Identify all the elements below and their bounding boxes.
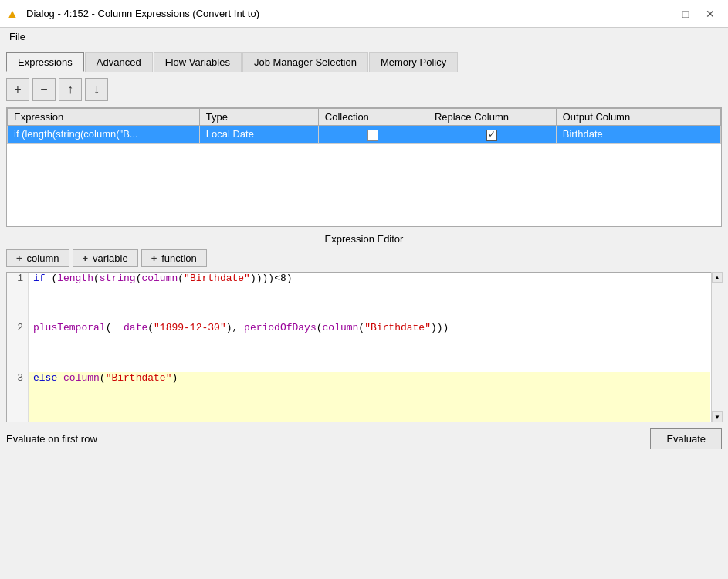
function-label: function <box>161 252 197 264</box>
menu-bar: File <box>0 28 728 46</box>
editor-toolbar: + column + variable + function <box>6 249 722 267</box>
expression-table-wrapper: Expression Type Collection Replace Colum… <box>6 107 722 227</box>
tab-expressions[interactable]: Expressions <box>6 52 84 72</box>
toolbar: + − ↑ ↓ <box>6 78 722 101</box>
scroll-down-arrow[interactable]: ▼ <box>712 411 723 422</box>
function-button[interactable]: + function <box>141 249 207 267</box>
bottom-section: Evaluate on first row Evaluate <box>6 428 722 449</box>
col-header-replace-column: Replace Column <box>428 109 556 126</box>
table-row[interactable]: if (length(string(column("B... Local Dat… <box>8 126 721 144</box>
move-up-button[interactable]: ↑ <box>59 78 82 101</box>
editor-wrapper: 1 if (length(string(column("Birthdate"))… <box>6 272 722 422</box>
scroll-up-arrow[interactable]: ▲ <box>712 272 723 283</box>
code-line-2: 2 plusTemporal( date("1899-12-30"), peri… <box>7 322 710 371</box>
expression-table: Expression Type Collection Replace Colum… <box>7 108 721 144</box>
file-menu[interactable]: File <box>3 29 32 44</box>
expression-editor-title: Expression Editor <box>6 233 722 245</box>
col-header-output-column: Output Column <box>556 109 720 126</box>
tab-memory-policy[interactable]: Memory Policy <box>369 52 458 72</box>
code-editor[interactable]: 1 if (length(string(column("Birthdate"))… <box>6 272 722 422</box>
column-button[interactable]: + column <box>6 249 69 267</box>
evaluate-button[interactable]: Evaluate <box>650 428 722 449</box>
replace-column-checkbox[interactable] <box>486 130 497 141</box>
line-content-2: plusTemporal( date("1899-12-30"), period… <box>29 322 710 371</box>
close-button[interactable]: ✕ <box>699 5 722 23</box>
tab-advanced[interactable]: Advanced <box>85 52 153 72</box>
cell-output-column: Birthdate <box>556 126 720 144</box>
move-down-button[interactable]: ↓ <box>85 78 108 101</box>
variable-button[interactable]: + variable <box>73 249 138 267</box>
variable-label: variable <box>93 252 128 264</box>
evaluate-on-first-row-label: Evaluate on first row <box>6 433 97 445</box>
remove-button[interactable]: − <box>32 78 56 101</box>
add-button[interactable]: + <box>6 78 29 101</box>
app-icon: ▲ <box>6 7 20 21</box>
code-line-1: 1 if (length(string(column("Birthdate"))… <box>7 273 710 322</box>
tab-bar: Expressions Advanced Flow Variables Job … <box>6 52 722 72</box>
tab-flow-variables[interactable]: Flow Variables <box>154 52 242 72</box>
column-label: column <box>27 252 59 264</box>
cell-expression: if (length(string(column("B... <box>8 126 200 144</box>
variable-plus-icon: + <box>83 252 89 264</box>
title-text: Dialog - 4:152 - Column Expressions (Con… <box>26 8 259 19</box>
window-controls: — □ ✕ <box>649 5 722 23</box>
main-content: Expressions Advanced Flow Variables Job … <box>0 46 728 579</box>
tab-job-manager-selection[interactable]: Job Manager Selection <box>242 52 368 72</box>
line-content-1: if (length(string(column("Birthdate"))))… <box>29 273 710 322</box>
code-lines: 1 if (length(string(column("Birthdate"))… <box>7 273 710 422</box>
col-header-expression: Expression <box>8 109 200 126</box>
cell-replace-column[interactable] <box>428 126 556 144</box>
line-number-1: 1 <box>7 273 29 322</box>
column-plus-icon: + <box>16 252 22 264</box>
scrollbar-v[interactable]: ▲ ▼ <box>711 272 722 422</box>
col-header-type: Type <box>199 109 318 126</box>
minimize-button[interactable]: — <box>649 5 672 23</box>
line-content-3: else column("Birthdate") <box>29 372 710 422</box>
line-number-2: 2 <box>7 322 29 371</box>
code-line-3: 3 else column("Birthdate") <box>7 372 710 422</box>
collection-checkbox[interactable] <box>367 130 378 141</box>
col-header-collection: Collection <box>318 109 428 126</box>
cell-collection[interactable] <box>318 126 428 144</box>
line-number-3: 3 <box>7 372 29 422</box>
function-plus-icon: + <box>151 252 157 264</box>
table-header-row: Expression Type Collection Replace Colum… <box>8 109 721 126</box>
title-bar: ▲ Dialog - 4:152 - Column Expressions (C… <box>0 0 728 28</box>
maximize-button[interactable]: □ <box>674 5 697 23</box>
cell-type: Local Date <box>199 126 318 144</box>
